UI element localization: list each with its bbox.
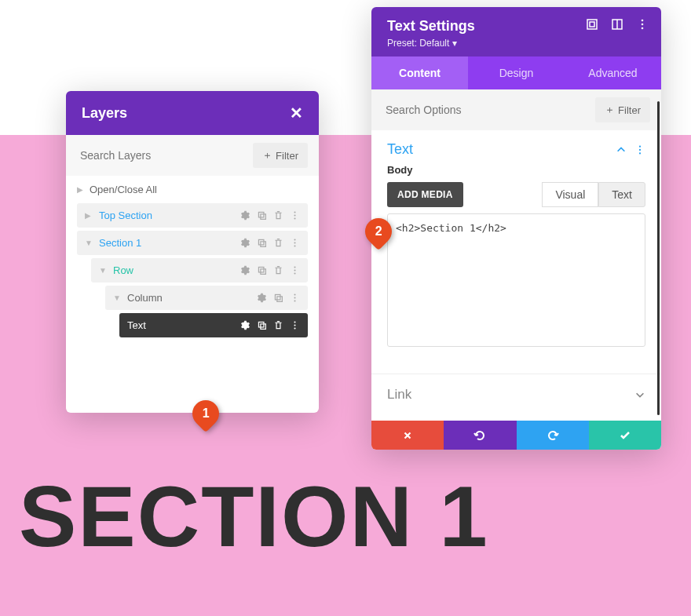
open-close-label: Open/Close All (90, 184, 157, 195)
save-button[interactable] (589, 421, 661, 450)
gear-icon[interactable] (257, 293, 267, 303)
layer-actions (240, 265, 300, 275)
dots-icon[interactable] (634, 144, 645, 155)
caret-right-icon: ▶ (85, 211, 93, 220)
dots-icon[interactable] (290, 210, 300, 221)
redo-button[interactable] (517, 421, 589, 450)
svg-point-22 (294, 321, 295, 323)
duplicate-icon[interactable] (257, 238, 267, 248)
trash-icon[interactable] (273, 210, 283, 221)
svg-point-29 (642, 20, 644, 22)
svg-point-18 (294, 297, 295, 298)
layer-item-text-active[interactable]: Text (119, 313, 308, 337)
duplicate-icon[interactable] (257, 320, 267, 330)
svg-point-2 (294, 211, 295, 213)
chevron-up-icon[interactable] (616, 144, 627, 155)
link-section-header[interactable]: Link (371, 374, 661, 415)
editor-tab-visual[interactable]: Visual (542, 182, 598, 207)
add-media-button[interactable]: ADD MEDIA (387, 182, 463, 207)
svg-rect-6 (261, 242, 266, 247)
undo-button[interactable] (444, 421, 516, 450)
scrollbar[interactable] (657, 101, 660, 415)
layer-item-top-section[interactable]: ▶ Top Section (77, 203, 308, 228)
svg-point-30 (642, 24, 644, 26)
cancel-button[interactable] (371, 421, 444, 450)
trash-icon[interactable] (273, 238, 283, 248)
preset-selector[interactable]: Preset: Default ▾ (387, 38, 645, 49)
dots-icon[interactable] (290, 293, 300, 303)
chevron-down-icon: ▾ (452, 38, 457, 49)
layers-search-input[interactable] (77, 144, 247, 166)
dots-icon[interactable] (290, 320, 300, 330)
layer-actions (240, 210, 300, 221)
expand-icon[interactable] (586, 18, 598, 31)
layer-item-row[interactable]: ▼ Row (91, 258, 308, 282)
layers-search-row: ＋Filter (66, 135, 319, 176)
layer-item-section-1[interactable]: ▼ Section 1 (77, 231, 308, 255)
svg-point-14 (294, 273, 295, 275)
panel-icon[interactable] (611, 18, 623, 31)
svg-point-12 (294, 266, 295, 268)
undo-icon (473, 429, 486, 442)
svg-rect-21 (261, 324, 266, 330)
layers-panel-header: Layers ✕ (66, 91, 319, 135)
svg-point-23 (294, 324, 295, 326)
open-close-all[interactable]: ▶ Open/Close All (66, 176, 319, 203)
link-section-title: Link (387, 387, 411, 403)
trash-icon[interactable] (273, 265, 283, 275)
svg-rect-5 (258, 239, 264, 245)
dots-icon[interactable] (636, 18, 649, 31)
dots-icon[interactable] (290, 238, 300, 248)
svg-point-32 (639, 145, 641, 147)
caret-right-icon: ▶ (77, 185, 83, 194)
svg-point-24 (294, 328, 295, 330)
layers-panel-title: Layers (82, 105, 127, 122)
svg-rect-11 (261, 269, 266, 275)
gear-icon[interactable] (240, 265, 250, 275)
check-icon (619, 429, 631, 442)
svg-point-34 (639, 152, 641, 154)
body-textarea[interactable] (387, 213, 645, 347)
gear-icon[interactable] (240, 320, 250, 330)
gear-icon[interactable] (240, 210, 250, 221)
svg-rect-10 (258, 267, 264, 272)
layers-filter-button[interactable]: ＋Filter (253, 143, 308, 168)
text-section-title: Text (387, 141, 413, 158)
tab-advanced[interactable]: Advanced (565, 56, 661, 89)
svg-point-7 (294, 239, 295, 240)
editor-tab-text[interactable]: Text (598, 182, 645, 207)
layer-label: Section 1 (99, 237, 240, 249)
settings-filter-button[interactable]: ＋Filter (595, 97, 650, 122)
dots-icon[interactable] (290, 265, 300, 275)
text-section-header[interactable]: Text (371, 130, 661, 164)
svg-point-33 (639, 148, 641, 150)
svg-rect-26 (590, 22, 594, 27)
svg-rect-15 (275, 294, 280, 300)
editor: ADD MEDIA Visual Text (387, 182, 645, 350)
layer-item-column[interactable]: ▼ Column (105, 286, 308, 310)
editor-toolbar: ADD MEDIA Visual Text (387, 182, 645, 207)
settings-footer (371, 421, 661, 450)
svg-point-31 (642, 27, 644, 30)
gear-icon[interactable] (240, 238, 250, 248)
svg-rect-25 (587, 20, 597, 29)
svg-point-9 (294, 246, 295, 247)
body-label: Body (371, 164, 661, 176)
duplicate-icon[interactable] (257, 265, 267, 275)
close-icon[interactable]: ✕ (290, 104, 303, 122)
svg-point-3 (294, 214, 295, 216)
svg-point-4 (294, 218, 295, 220)
layer-actions (257, 293, 300, 303)
duplicate-icon[interactable] (273, 293, 283, 303)
settings-panel: Text Settings Preset: Default ▾ Content … (371, 7, 661, 450)
tab-design[interactable]: Design (468, 56, 565, 89)
tab-content[interactable]: Content (371, 56, 468, 89)
settings-search-input[interactable] (382, 99, 589, 121)
x-icon (402, 430, 413, 441)
trash-icon[interactable] (273, 320, 283, 330)
settings-search-row: ＋Filter (371, 89, 661, 130)
duplicate-icon[interactable] (257, 210, 267, 221)
section-heading: SECTION 1 (19, 466, 489, 566)
redo-icon (547, 429, 559, 442)
caret-down-icon: ▼ (99, 266, 107, 275)
